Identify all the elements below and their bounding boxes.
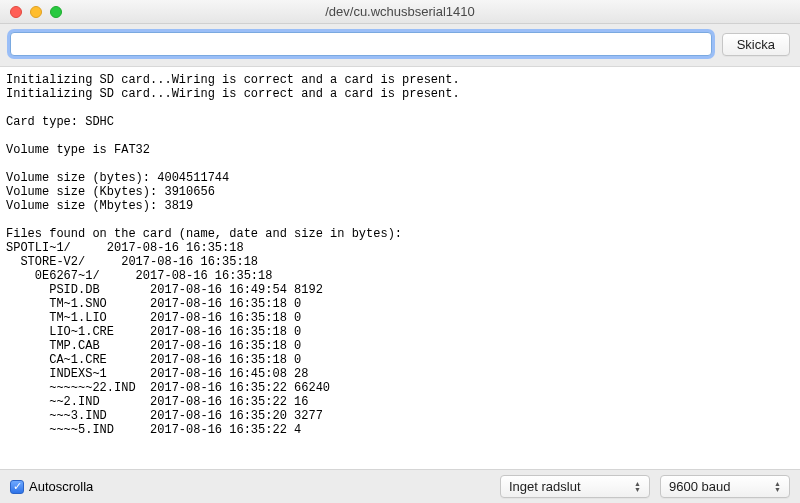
baud-rate-value: 9600 baud bbox=[669, 479, 730, 494]
send-button[interactable]: Skicka bbox=[722, 33, 790, 56]
autoscroll-toggle[interactable]: ✓ Autoscrolla bbox=[10, 479, 490, 494]
bottombar: ✓ Autoscrolla Inget radslut ▲▼ 9600 baud… bbox=[0, 469, 800, 503]
toolbar: Skicka bbox=[0, 24, 800, 67]
console-area: Initializing SD card...Wiring is correct… bbox=[0, 67, 800, 469]
line-ending-select[interactable]: Inget radslut ▲▼ bbox=[500, 475, 650, 498]
baud-rate-select[interactable]: 9600 baud ▲▼ bbox=[660, 475, 790, 498]
minimize-icon[interactable] bbox=[30, 6, 42, 18]
updown-icon: ▲▼ bbox=[634, 481, 641, 493]
autoscroll-label: Autoscrolla bbox=[29, 479, 93, 494]
maximize-icon[interactable] bbox=[50, 6, 62, 18]
updown-icon: ▲▼ bbox=[774, 481, 781, 493]
titlebar: /dev/cu.wchusbserial1410 bbox=[0, 0, 800, 24]
line-ending-value: Inget radslut bbox=[509, 479, 581, 494]
console-output: Initializing SD card...Wiring is correct… bbox=[0, 67, 800, 443]
close-icon[interactable] bbox=[10, 6, 22, 18]
checkbox-checked-icon: ✓ bbox=[10, 480, 24, 494]
window-title: /dev/cu.wchusbserial1410 bbox=[0, 4, 800, 19]
window-controls bbox=[0, 6, 62, 18]
serial-input[interactable] bbox=[10, 32, 712, 56]
